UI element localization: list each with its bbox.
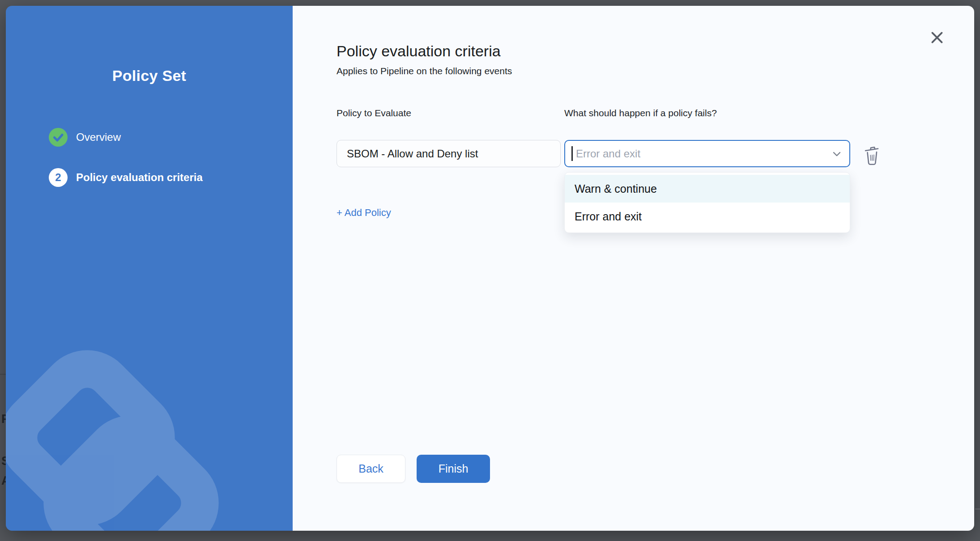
step-overview[interactable]: Overview — [49, 128, 203, 147]
background-divider — [975, 508, 980, 510]
dialog-panel: Policy evaluation criteria Applies to Pi… — [293, 6, 974, 531]
close-icon — [929, 29, 946, 46]
fail-action-select[interactable] — [564, 140, 850, 167]
step-label: Policy evaluation criteria — [76, 171, 203, 184]
wizard-steps: Overview 2 Policy evaluation criteria — [49, 128, 203, 187]
wizard-title: Policy Set — [6, 67, 293, 85]
page-subtitle: Applies to Pipeline on the following eve… — [337, 66, 512, 76]
brand-watermark-logo — [6, 6, 293, 531]
wizard-sidebar: Policy Set Overview 2 Policy evaluation … — [6, 6, 293, 531]
finish-button[interactable]: Finish — [417, 455, 490, 483]
add-policy-link[interactable]: + Add Policy — [337, 207, 391, 219]
step-number-badge: 2 — [49, 168, 68, 187]
close-button[interactable] — [928, 28, 946, 47]
delete-policy-row-button[interactable] — [862, 144, 882, 166]
option-error-exit[interactable]: Error and exit — [565, 203, 850, 230]
step-label: Overview — [76, 131, 121, 144]
policy-to-evaluate-label: Policy to Evaluate — [337, 108, 411, 118]
fail-action-select-input[interactable] — [564, 140, 850, 167]
background-divider — [0, 374, 6, 375]
policy-fail-action-label: What should happen if a policy fails? — [564, 108, 717, 118]
fail-action-dropdown-menu: Warn & continue Error and exit — [564, 172, 850, 233]
policy-to-evaluate-input[interactable] — [337, 140, 561, 167]
text-cursor — [571, 146, 573, 161]
page-title: Policy evaluation criteria — [337, 42, 501, 60]
option-warn-continue[interactable]: Warn & continue — [565, 175, 850, 203]
step-completed-check-icon — [49, 128, 68, 147]
screen: P S A Policy Set Overvie — [0, 0, 980, 541]
back-button[interactable]: Back — [337, 455, 405, 483]
step-policy-evaluation-criteria[interactable]: 2 Policy evaluation criteria — [49, 168, 203, 187]
trash-icon — [862, 144, 882, 166]
policy-set-wizard-modal: Policy Set Overview 2 Policy evaluation … — [6, 6, 974, 531]
